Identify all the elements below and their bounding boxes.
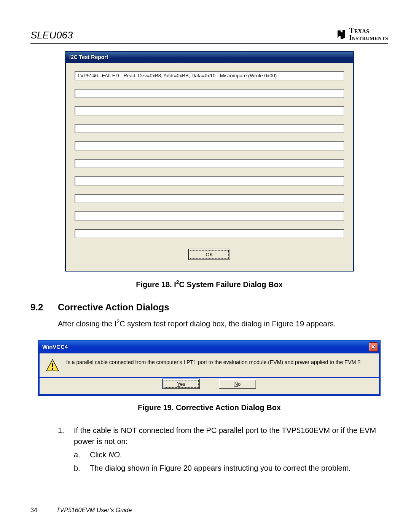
report-row xyxy=(75,106,344,115)
warning-icon xyxy=(46,359,59,372)
close-icon: ✕ xyxy=(371,344,376,350)
report-row xyxy=(75,89,344,98)
section-number: 9.2 xyxy=(30,302,49,313)
report-row xyxy=(75,211,344,220)
report-row xyxy=(75,229,344,238)
logo-text-bottom: Instruments xyxy=(349,34,388,41)
i2c-test-report-dialog: I2C Test Report TVP5146...FAILED - Read,… xyxy=(65,51,354,272)
paragraph: After closing the I2C system test report… xyxy=(58,318,388,329)
list-item: 1. If the cable is NOT connected from th… xyxy=(58,425,388,447)
yes-button[interactable]: Yes xyxy=(162,379,200,389)
ti-logo: Texas Instruments xyxy=(336,27,388,41)
page-footer: 34 TVP5160EVM User’s Guide xyxy=(30,507,132,514)
doc-id: SLEU063 xyxy=(30,29,73,41)
winvcc4-dialog: WinVCC4 ✕ Is a parallel cable connected … xyxy=(38,340,381,396)
figure-18-caption: Figure 18. I2C System Failure Dialog Box xyxy=(30,279,388,289)
section-title: Corrective Action Dialogs xyxy=(58,302,169,313)
svg-rect-2 xyxy=(52,368,53,370)
report-row xyxy=(75,194,344,203)
svg-rect-1 xyxy=(52,363,53,367)
report-row xyxy=(75,176,344,185)
figure-19-caption: Figure 19. Corrective Action Dialog Box xyxy=(30,403,388,412)
list-subitem: b. The dialog shown in Figure 20 appears… xyxy=(74,463,388,474)
no-button[interactable]: No xyxy=(219,379,256,389)
close-button[interactable]: ✕ xyxy=(369,342,378,351)
report-row: TVP5146...FAILED - Read, Dev=0xB8, Addr=… xyxy=(75,71,344,80)
report-row xyxy=(75,159,344,168)
ok-button[interactable]: OK xyxy=(188,249,230,260)
logo-text-top: Texas xyxy=(349,27,369,34)
dialog2-message: Is a parallel cable connected from the c… xyxy=(66,359,373,366)
section-heading: 9.2 Corrective Action Dialogs xyxy=(30,302,388,313)
guide-title: TVP5160EVM User’s Guide xyxy=(56,507,132,514)
page-number: 34 xyxy=(30,507,37,514)
ordered-list: 1. If the cable is NOT connected from th… xyxy=(58,425,388,474)
ti-chip-icon xyxy=(336,28,347,40)
report-row xyxy=(75,141,344,150)
dialog2-title: WinVCC4 xyxy=(42,343,68,350)
page-header: SLEU063 Texas Instruments xyxy=(30,27,388,44)
dialog-title: I2C Test Report xyxy=(65,52,353,63)
list-subitem: a. Click NO. xyxy=(74,449,388,460)
report-row xyxy=(75,124,344,133)
